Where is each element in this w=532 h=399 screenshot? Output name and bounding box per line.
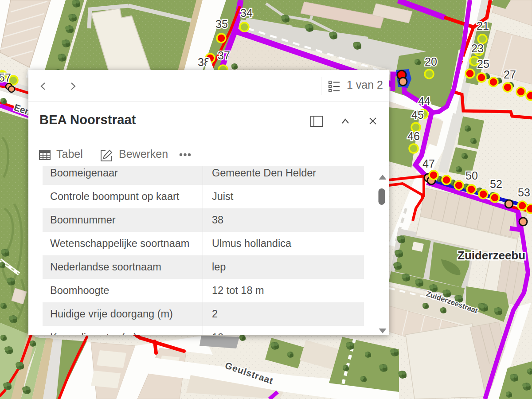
svg-text:57: 57 [0, 71, 11, 84]
svg-text:44: 44 [418, 95, 430, 107]
svg-text:45: 45 [411, 109, 424, 121]
svg-text:27: 27 [504, 68, 516, 81]
svg-text:46: 46 [407, 130, 420, 142]
svg-text:21: 21 [477, 20, 489, 32]
svg-text:23: 23 [471, 42, 484, 55]
svg-text:25: 25 [477, 58, 489, 70]
svg-text:47: 47 [422, 157, 435, 170]
svg-text:37: 37 [218, 49, 230, 62]
svg-text:20: 20 [425, 55, 437, 68]
svg-text:52: 52 [490, 178, 502, 190]
svg-text:35: 35 [215, 18, 228, 30]
svg-text:50: 50 [466, 169, 478, 182]
svg-text:34: 34 [240, 7, 253, 19]
svg-text:53: 53 [518, 186, 530, 199]
svg-text:Zuiderzeebu: Zuiderzeebu [458, 249, 525, 262]
